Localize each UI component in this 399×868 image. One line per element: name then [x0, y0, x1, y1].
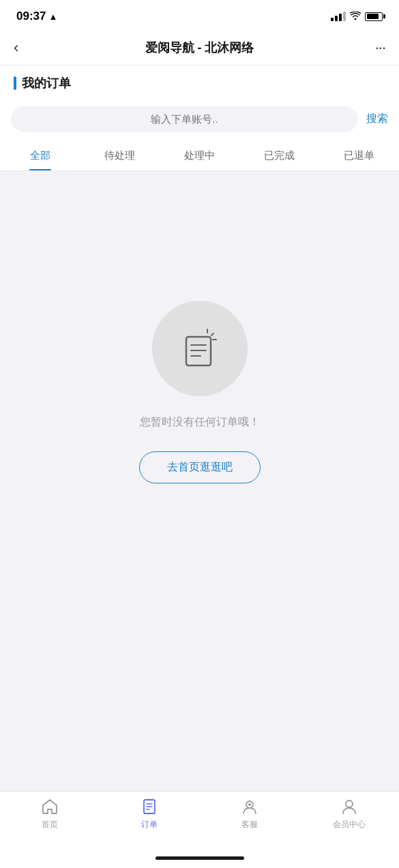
- status-bar: 09:37 ▲: [0, 0, 399, 30]
- tab-pending[interactable]: 待处理: [80, 141, 160, 170]
- home-icon: [40, 797, 59, 816]
- search-bar: 搜索: [0, 100, 399, 141]
- bottom-tab-order[interactable]: 订单: [100, 797, 199, 851]
- back-button[interactable]: ‹: [14, 39, 44, 57]
- location-icon: ▲: [48, 12, 57, 22]
- page-title-bar: 我的订单: [0, 65, 399, 100]
- tab-completed[interactable]: 已完成: [239, 141, 319, 170]
- empty-order-icon: [176, 325, 224, 372]
- order-icon: [140, 797, 159, 816]
- more-button[interactable]: ···: [355, 39, 385, 57]
- empty-icon-circle: [152, 301, 248, 396]
- wifi-icon: [350, 11, 361, 22]
- signal-icon: [331, 12, 346, 21]
- home-indicator-bar: [156, 856, 244, 860]
- search-button[interactable]: 搜索: [366, 112, 388, 126]
- bottom-tab-service[interactable]: 客服: [200, 797, 299, 851]
- bottom-tab-home-label: 首页: [42, 819, 58, 830]
- battery-icon: [365, 12, 383, 21]
- search-input-container: [11, 106, 358, 132]
- page-title: 我的订单: [22, 75, 71, 91]
- empty-state: 您暂时没有任何订单哦！ 去首页逛逛吧: [0, 171, 399, 614]
- status-icons: [331, 11, 383, 22]
- bottom-tab-home[interactable]: 首页: [0, 797, 100, 851]
- search-input[interactable]: [22, 113, 347, 125]
- bottom-tab-bar: 首页 订单 客服: [0, 791, 399, 851]
- tab-all[interactable]: 全部: [0, 141, 80, 170]
- svg-point-12: [248, 803, 251, 806]
- bottom-tab-order-label: 订单: [141, 819, 158, 830]
- home-indicator: [0, 851, 399, 868]
- bottom-tab-service-label: 客服: [241, 819, 258, 830]
- empty-message: 您暂时没有任何订单哦！: [140, 415, 260, 430]
- service-icon: [240, 797, 259, 816]
- bottom-tab-member-label: 会员中心: [333, 819, 366, 830]
- bottom-tab-member[interactable]: 会员中心: [299, 797, 399, 851]
- go-home-button[interactable]: 去首页逛逛吧: [139, 451, 261, 483]
- svg-point-13: [346, 800, 353, 807]
- svg-line-5: [211, 333, 213, 335]
- nav-bar: ‹ 爱阅导航 - 北沐网络 ···: [0, 30, 399, 65]
- status-time: 09:37: [16, 10, 46, 23]
- tab-cancelled[interactable]: 已退单: [319, 141, 399, 170]
- tabs-bar: 全部 待处理 处理中 已完成 已退单: [0, 141, 399, 171]
- member-icon: [340, 797, 359, 816]
- nav-title: 爱阅导航 - 北沐网络: [145, 40, 254, 56]
- tab-processing[interactable]: 处理中: [160, 141, 239, 170]
- title-accent: [14, 76, 16, 90]
- content-spacer: [0, 614, 399, 792]
